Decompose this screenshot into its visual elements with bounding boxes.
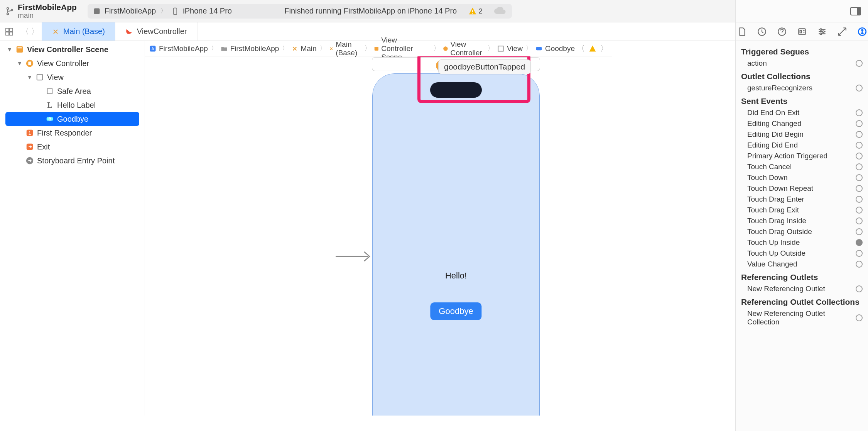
- outline-viewcontroller[interactable]: ▼ View Controller: [0, 56, 145, 70]
- connection-row[interactable]: Value Changed: [736, 259, 868, 270]
- connection-row[interactable]: action: [736, 58, 868, 69]
- connection-row[interactable]: Editing Changed: [736, 118, 868, 129]
- outline-goodbye[interactable]: ▼ B Goodbye: [5, 112, 139, 126]
- connection-outlet-icon[interactable]: [856, 60, 863, 67]
- connection-outlet-icon[interactable]: [856, 85, 863, 92]
- connection-row[interactable]: Touch Drag Exit: [736, 205, 868, 216]
- connection-outlet-icon[interactable]: [856, 153, 863, 160]
- connection-row[interactable]: Touch Cancel: [736, 161, 868, 172]
- project-info[interactable]: FirstMobileApp main: [18, 3, 77, 20]
- cloud-icon[interactable]: [493, 7, 507, 15]
- outline-first-responder[interactable]: ▼ 1 First Responder: [0, 126, 145, 140]
- scheme-status-bar[interactable]: FirstMobileApp 〉 iPhone 14 Pro Finished …: [88, 4, 512, 19]
- branch-name: main: [18, 11, 77, 20]
- breadcrumb-item[interactable]: Main (Base): [336, 40, 361, 57]
- inspector-body: Triggered Segues action Outlet Collectio…: [736, 41, 868, 431]
- tab-main-base[interactable]: Main (Base): [42, 22, 115, 41]
- outline-label: Exit: [37, 143, 50, 151]
- disclosure-icon[interactable]: ▼: [17, 60, 22, 66]
- breadcrumb-item[interactable]: FirstMobileApp: [230, 44, 279, 53]
- goodbye-button[interactable]: Goodbye: [430, 302, 481, 320]
- toggle-right-panel-icon[interactable]: [850, 7, 861, 15]
- breadcrumb-item[interactable]: View: [507, 44, 523, 53]
- next-issue-icon[interactable]: 〉: [600, 43, 608, 54]
- outline-scene[interactable]: ▼ View Controller Scene: [0, 42, 145, 56]
- connection-row[interactable]: Touch Down: [736, 172, 868, 183]
- connection-outlet-icon[interactable]: [856, 228, 863, 235]
- warning-icon[interactable]: [589, 45, 596, 53]
- attributes-inspector-icon[interactable]: [817, 27, 827, 37]
- prev-issue-icon[interactable]: 〈: [577, 43, 585, 54]
- device-icon: [171, 7, 179, 15]
- connection-outlet-icon[interactable]: [856, 185, 863, 192]
- connection-outlet-icon[interactable]: [856, 174, 863, 181]
- connection-outlet-icon[interactable]: [856, 314, 863, 321]
- connection-row[interactable]: Touch Drag Inside: [736, 216, 868, 226]
- device-preview[interactable]: Hello! Goodbye: [372, 73, 540, 416]
- section-referencing-outlets: Referencing Outlets: [736, 270, 868, 283]
- tab-viewcontroller[interactable]: ViewController: [115, 22, 198, 41]
- action-tooltip: goodbyeButtonTapped: [438, 59, 531, 74]
- connection-row[interactable]: Touch Drag Enter: [736, 194, 868, 205]
- svg-rect-12: [17, 46, 23, 53]
- connection-outlet-icon[interactable]: [856, 285, 863, 292]
- svg-rect-6: [472, 13, 473, 14]
- connection-row[interactable]: Touch Drag Outside: [736, 226, 868, 237]
- connection-row[interactable]: Editing Did End: [736, 140, 868, 151]
- connection-outlet-icon[interactable]: [856, 239, 863, 246]
- breadcrumb-item[interactable]: FirstMobileApp: [159, 44, 208, 53]
- connection-row[interactable]: Editing Did Begin: [736, 129, 868, 140]
- entry-arrow-icon[interactable]: [335, 249, 373, 263]
- connection-row[interactable]: Touch Down Repeat: [736, 183, 868, 194]
- size-inspector-icon[interactable]: [837, 27, 847, 37]
- history-nav[interactable]: 〈 〉: [19, 26, 42, 37]
- connection-outlet-icon[interactable]: [856, 250, 863, 257]
- section-outlet-collections: Outlet Collections: [736, 69, 868, 83]
- outline-entry-point[interactable]: ▼ Storyboard Entry Point: [0, 154, 145, 168]
- breadcrumb[interactable]: AFirstMobileApp〉 FirstMobileApp〉 Main〉 M…: [145, 41, 612, 56]
- connection-outlet-icon[interactable]: [856, 261, 863, 268]
- connection-outlet-icon[interactable]: [856, 196, 863, 203]
- disclosure-icon[interactable]: ▼: [27, 74, 32, 80]
- identity-inspector-icon[interactable]: [797, 27, 807, 37]
- outline-safearea[interactable]: ▼ Safe Area: [0, 84, 145, 98]
- connection-row[interactable]: Primary Action Triggered: [736, 151, 868, 161]
- connection-row[interactable]: Did End On Exit: [736, 107, 868, 118]
- section-triggered-segues: Triggered Segues: [736, 44, 868, 58]
- breadcrumb-item[interactable]: Goodbye: [545, 44, 575, 53]
- back-icon[interactable]: 〈: [21, 26, 29, 37]
- connection-row[interactable]: New Referencing Outlet Collection: [736, 308, 868, 327]
- help-inspector-icon[interactable]: [777, 27, 787, 37]
- outline-view[interactable]: ▼ View: [0, 70, 145, 84]
- history-inspector-icon[interactable]: [757, 27, 767, 37]
- source-control-icon[interactable]: [5, 7, 15, 16]
- hello-label[interactable]: Hello!: [373, 271, 539, 281]
- view-icon: [35, 73, 44, 81]
- disclosure-icon[interactable]: ▼: [7, 46, 12, 53]
- file-inspector-icon[interactable]: [737, 27, 747, 37]
- connection-row[interactable]: Touch Up Outside: [736, 248, 868, 259]
- warning-badge[interactable]: 2: [468, 7, 483, 15]
- connection-row[interactable]: gestureRecognizers: [736, 83, 868, 93]
- connection-outlet-icon[interactable]: [856, 217, 863, 224]
- storyboard-icon: [291, 45, 298, 52]
- breadcrumb-item[interactable]: View Controller: [450, 40, 485, 57]
- svg-rect-29: [536, 47, 542, 50]
- connection-outlet-icon[interactable]: [856, 142, 863, 149]
- connection-outlet-icon[interactable]: [856, 163, 863, 170]
- project-title: FirstMobileApp: [18, 3, 77, 12]
- svg-rect-9: [6, 32, 9, 35]
- svg-rect-8: [10, 28, 13, 31]
- connections-inspector-icon[interactable]: [857, 27, 867, 37]
- related-items-icon[interactable]: [0, 27, 19, 36]
- connection-outlet-icon[interactable]: [856, 109, 863, 116]
- connection-outlet-icon[interactable]: [856, 120, 863, 127]
- connection-outlet-icon[interactable]: [856, 207, 863, 214]
- breadcrumb-item[interactable]: Main: [301, 44, 316, 53]
- forward-icon[interactable]: 〉: [31, 26, 39, 37]
- connection-row[interactable]: New Referencing Outlet: [736, 283, 868, 294]
- connection-outlet-icon[interactable]: [856, 131, 863, 138]
- outline-hello-label[interactable]: ▼ L Hello Label: [0, 98, 145, 112]
- connection-row[interactable]: Touch Up Inside: [736, 237, 868, 248]
- outline-exit[interactable]: ▼ Exit: [0, 140, 145, 154]
